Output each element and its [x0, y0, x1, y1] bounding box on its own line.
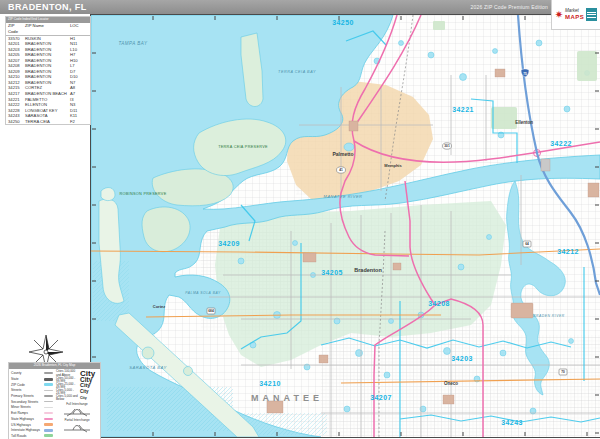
county-name: MANATEE — [251, 393, 323, 403]
us-shield: 301 — [443, 143, 452, 149]
logo-star-icon: ✷ — [555, 10, 563, 20]
zip-label: 34209 — [218, 240, 239, 247]
svg-text:301: 301 — [444, 144, 450, 148]
road-swatch — [44, 434, 53, 437]
road-swatch — [44, 372, 53, 374]
place-label: Bradenton — [354, 267, 382, 273]
zip-label: 34205 — [321, 269, 342, 276]
zip-label: 34243 — [501, 419, 522, 426]
legend-interchange-row: Partial Interchange — [56, 418, 98, 433]
zip-label: 34212 — [557, 248, 578, 255]
road-swatch — [44, 418, 53, 421]
map-poster: BRADENTON, FL 2026 ZIP Code Premium Edit… — [0, 0, 600, 439]
place-label: Ellenton — [515, 120, 533, 125]
edition-label: 2026 ZIP Code Premium Edition — [471, 4, 548, 10]
water-label: MANATEE RIVER — [324, 194, 363, 199]
road-swatch — [44, 423, 53, 426]
zip-label: 34210 — [259, 380, 280, 387]
road-swatch — [44, 390, 53, 391]
zip-label: 34203 — [451, 355, 472, 362]
road-swatch — [44, 429, 53, 432]
water-label: PALMA SOLA BAY — [185, 291, 221, 295]
preserve-label: ROBINSON PRESERVE — [119, 192, 166, 196]
title-bar: BRADENTON, FL 2026 ZIP Code Premium Edit… — [0, 0, 600, 14]
map-legend: 2026 Bradenton, FL City Map CountyStateZ… — [8, 362, 101, 439]
water-label: SARASOTA BAY — [129, 365, 167, 370]
legend-city-sizes: Cities 100,000 and AboveCityCities 50,00… — [56, 371, 98, 402]
legend-interchanges: Full InterchangePartial Interchange — [56, 402, 98, 433]
zip-index-header: ZIP Code ZIP Name LOC — [6, 23, 90, 36]
road-swatch — [44, 378, 53, 381]
road-swatch — [44, 412, 53, 414]
place-label: Palmetto — [332, 151, 353, 157]
map-svg: ROBINSON PRESERVETERRA CEIA PRESERVE TAM… — [91, 15, 600, 437]
place-label: Oneco — [444, 381, 458, 386]
col-loc: LOC — [70, 23, 90, 35]
col-zip-code: ZIP Code — [8, 23, 25, 35]
legend-city-row: Cities 5,000 and BelowCity — [56, 395, 98, 401]
zip-index-rows: 33570RUSKINH134201BRADENTONN1134203BRADE… — [6, 36, 90, 125]
us-shield: 41 — [337, 167, 346, 173]
zip-label: 34250 — [332, 19, 353, 26]
water-label: TERRA CEIA BAY — [278, 70, 316, 74]
place-label: Cortez — [153, 304, 165, 309]
place-label: Memphis — [384, 163, 402, 168]
state-shield: 684 — [207, 308, 215, 314]
legend-road-types: CountyStateZIP CodeStreetsPrimary Street… — [11, 371, 53, 439]
col-zip-name: ZIP Name — [25, 23, 70, 35]
zip-label: 34221 — [452, 106, 473, 113]
road-swatch — [44, 395, 53, 397]
road-swatch — [44, 407, 53, 408]
svg-text:64: 64 — [525, 242, 529, 246]
legend-road-row: Toll Roads — [11, 433, 53, 439]
svg-text:75: 75 — [523, 72, 527, 76]
county-label: MANATEE — [251, 393, 323, 403]
table-row: 34250TERRA CEIAF2 — [6, 119, 90, 125]
legend-interchange-row: Full Interchange — [56, 402, 98, 417]
svg-text:41: 41 — [339, 168, 343, 172]
zip-label: 34222 — [550, 140, 571, 147]
state-shield: 70 — [559, 369, 567, 375]
page-title: BRADENTON, FL — [8, 2, 87, 12]
zip-code-index: ZIP Code Index/Grid Locator ZIP Code ZIP… — [5, 16, 91, 125]
svg-text:70: 70 — [561, 370, 565, 374]
svg-text:684: 684 — [208, 309, 214, 313]
brand-logo: ✷ Market MAPS — [551, 0, 600, 30]
water-label: BRADEN RIVER — [533, 314, 564, 318]
road-swatch — [44, 383, 53, 386]
state-shield: 64 — [523, 241, 531, 247]
logo-wordmark: Market MAPS — [565, 9, 584, 20]
logo-badge — [586, 8, 597, 21]
zip-label: 34208 — [428, 300, 449, 307]
map-canvas: ROBINSON PRESERVETERRA CEIA PRESERVE TAM… — [90, 14, 600, 438]
preserve-label: TERRA CEIA PRESERVE — [218, 145, 268, 149]
road-swatch — [44, 401, 53, 402]
zip-label: 34207 — [370, 394, 391, 401]
water-label: TAMPA BAY — [118, 41, 148, 46]
logo-word-bottom: MAPS — [565, 14, 584, 20]
